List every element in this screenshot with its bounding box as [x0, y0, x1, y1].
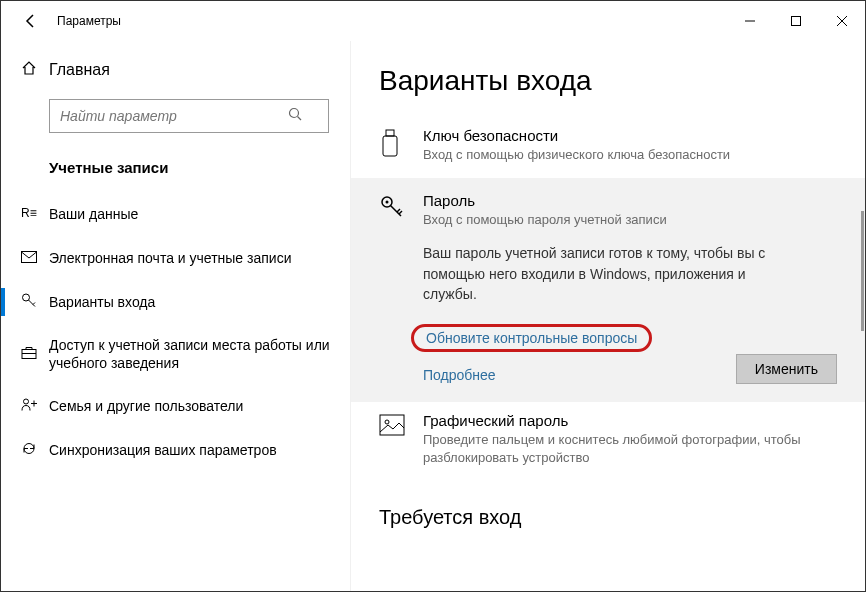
nav-label: Доступ к учетной записи места работы или… — [49, 336, 334, 372]
option-desc: Вход с помощью физического ключа безопас… — [423, 146, 837, 164]
option-title: Пароль — [423, 192, 837, 209]
option-title: Графический пароль — [423, 412, 837, 429]
svg-point-17 — [386, 201, 389, 204]
key-icon — [21, 293, 37, 312]
window-controls — [727, 1, 865, 41]
people-icon — [21, 398, 39, 415]
change-button[interactable]: Изменить — [736, 354, 837, 384]
usb-key-icon — [379, 127, 407, 164]
nav-label: Семья и другие пользователи — [49, 397, 243, 415]
svg-point-11 — [24, 399, 29, 404]
sidebar: Главная Учетные записи R≡ Ваши данные — [1, 41, 351, 591]
require-signin-heading: Требуется вход — [379, 506, 837, 539]
option-title: Ключ безопасности — [423, 127, 837, 144]
svg-line-19 — [397, 209, 400, 212]
nav-email-accounts[interactable]: Электронная почта и учетные записи — [1, 236, 350, 280]
mail-icon — [21, 250, 37, 266]
settings-window: Параметры Главная — [0, 0, 866, 592]
window-body: Главная Учетные записи R≡ Ваши данные — [1, 41, 865, 591]
picture-icon — [379, 412, 407, 467]
option-body: Графический пароль Проведите пальцем и к… — [423, 412, 837, 467]
link-row: Обновите контрольные вопросы — [423, 324, 837, 352]
category-heading: Учетные записи — [1, 143, 350, 192]
option-desc: Проведите пальцем и коснитесь любимой фо… — [423, 431, 837, 467]
svg-line-18 — [391, 206, 402, 217]
minimize-button[interactable] — [727, 1, 773, 41]
home-nav[interactable]: Главная — [1, 51, 350, 89]
nav-work-school[interactable]: Доступ к учетной записи места работы или… — [1, 324, 350, 384]
nav-sync[interactable]: Синхронизация ваших параметров — [1, 428, 350, 472]
window-title: Параметры — [57, 14, 121, 28]
home-icon — [21, 60, 37, 80]
titlebar: Параметры — [1, 1, 865, 41]
sync-icon — [21, 441, 37, 460]
svg-rect-14 — [386, 130, 394, 136]
svg-rect-1 — [792, 17, 801, 26]
search-input[interactable] — [49, 99, 329, 133]
nav-your-info[interactable]: R≡ Ваши данные — [1, 192, 350, 236]
close-button[interactable] — [819, 1, 865, 41]
option-picture-password[interactable]: Графический пароль Проведите пальцем и к… — [379, 402, 837, 481]
home-label: Главная — [49, 61, 110, 79]
briefcase-icon — [21, 346, 37, 363]
nav-label: Варианты входа — [49, 293, 155, 311]
nav-list: R≡ Ваши данные Электронная почта и учетн… — [1, 192, 350, 472]
nav-signin-options[interactable]: Варианты входа — [1, 280, 350, 324]
person-icon: R≡ — [21, 205, 37, 224]
nav-family[interactable]: Семья и другие пользователи — [1, 384, 350, 428]
search-container — [1, 89, 350, 143]
learn-more-link[interactable]: Подробнее — [423, 367, 496, 383]
nav-label: Электронная почта и учетные записи — [49, 249, 291, 267]
password-body-text: Ваш пароль учетной записи готов к тому, … — [423, 243, 803, 304]
svg-line-8 — [33, 303, 35, 305]
svg-point-6 — [23, 294, 30, 301]
option-security-key[interactable]: Ключ безопасности Вход с помощью физичес… — [379, 117, 837, 178]
key-icon — [379, 192, 407, 384]
svg-point-22 — [385, 420, 389, 424]
svg-rect-5 — [22, 252, 37, 263]
page-title: Варианты входа — [379, 65, 837, 97]
nav-label: Синхронизация ваших параметров — [49, 441, 277, 459]
maximize-button[interactable] — [773, 1, 819, 41]
svg-rect-15 — [383, 136, 397, 156]
content-area: Варианты входа Ключ безопасности Вход с … — [351, 41, 865, 591]
nav-label: Ваши данные — [49, 205, 138, 223]
option-desc: Вход с помощью пароля учетной записи — [423, 211, 837, 229]
scrollbar-thumb[interactable] — [861, 211, 864, 331]
option-password-expanded: Пароль Вход с помощью пароля учетной зап… — [351, 178, 865, 402]
update-security-questions-link[interactable]: Обновите контрольные вопросы — [411, 324, 652, 352]
back-button[interactable] — [13, 3, 49, 39]
svg-line-20 — [399, 211, 402, 214]
svg-text:R≡: R≡ — [21, 206, 37, 220]
option-body: Ключ безопасности Вход с помощью физичес… — [423, 127, 837, 164]
